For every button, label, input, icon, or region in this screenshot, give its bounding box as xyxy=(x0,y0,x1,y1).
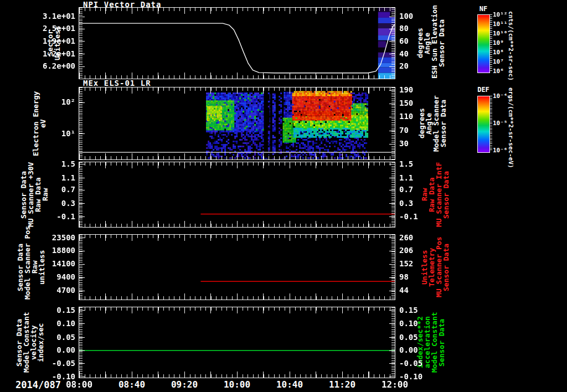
y-major-tick-left xyxy=(79,17,85,17)
x-axis-date-label: 2014/087 xyxy=(16,380,61,390)
plot-canvas-scanner-pos xyxy=(79,235,395,300)
y-tick-label-left: 9400 xyxy=(0,273,75,281)
y-tick-label-left: 0.10 xyxy=(0,319,75,327)
y-major-tick-right xyxy=(389,41,395,42)
y-tick-label-left: 1.9e+01 xyxy=(0,37,75,45)
y-major-tick-left xyxy=(79,376,85,377)
y-tick-label-right: 80 xyxy=(399,24,409,32)
y-major-tick-left xyxy=(79,66,85,67)
y-tick-label-right: 1.5 xyxy=(399,160,413,168)
plot-area: NPI Vector Data MEx ELS-01 LR Sector Uni… xyxy=(0,0,567,392)
y-major-tick-left xyxy=(79,251,85,251)
y-tick-label-left: 3.1e+01 xyxy=(0,12,75,20)
axis-minor-ticks-left xyxy=(79,8,83,79)
axis-minor-ticks-right xyxy=(391,235,395,300)
y-major-tick-right xyxy=(389,90,395,91)
y-major-tick-left xyxy=(79,203,85,204)
y-major-tick-right xyxy=(389,178,395,178)
y-major-tick-left xyxy=(79,216,85,217)
y-tick-label-left: 0.05 xyxy=(0,333,75,341)
y-tick-label-right: 100 xyxy=(399,12,413,20)
panel-title-els: MEx ELS-01 LR xyxy=(83,79,151,87)
y-tick-label-right: 0.00 xyxy=(399,346,418,354)
y-tick-label-right: 206 xyxy=(399,246,413,254)
y-tick-label-right: 0.10 xyxy=(399,319,418,327)
y-major-tick-left xyxy=(79,29,85,29)
y-tick-label-left: 0.3 xyxy=(0,199,75,207)
plot-canvas-els xyxy=(79,87,395,159)
y-tick-label-right: -0.05 xyxy=(399,359,422,367)
y-tick-label-left: 10¹ xyxy=(0,130,75,137)
colorbar-tick-label: 10⁷ xyxy=(493,59,504,65)
y-tick-label-left: 1.1 xyxy=(0,174,75,182)
y-tick-label-right: 70 xyxy=(399,126,409,134)
y-major-tick-left xyxy=(79,363,85,364)
y-major-tick-right xyxy=(389,66,395,67)
axis-major-ticks-bottom xyxy=(79,73,395,79)
x-tick-label: 10:00 xyxy=(224,380,250,389)
y-tick-label-left: -0.1 xyxy=(0,213,75,220)
y-major-tick-left xyxy=(79,238,85,238)
y-major-tick-left xyxy=(79,41,85,42)
y-tick-label-right: 260 xyxy=(399,234,413,241)
colorbar-tick-label: 10⁸ xyxy=(493,49,504,56)
axis-minor-ticks-left xyxy=(79,307,83,378)
y-major-tick-left xyxy=(79,164,85,164)
y-tick-label-left: 1.2e+01 xyxy=(0,50,75,58)
y-tick-label-left: 18800 xyxy=(0,246,75,254)
y-tick-label-left: 1.5 xyxy=(0,160,75,168)
y-major-tick-right xyxy=(389,363,395,364)
colorbar-tick-label: 10⁻⁴ xyxy=(493,93,508,100)
y-major-tick-left xyxy=(79,337,85,338)
colorbar-nf-minor-ticks xyxy=(489,14,492,72)
y-tick-label-left: 4700 xyxy=(0,286,75,294)
y-major-tick-right xyxy=(389,104,395,104)
x-tick-label: 08:00 xyxy=(66,380,92,389)
axis-minor-ticks-right xyxy=(391,162,395,227)
y-tick-label-left: 0.15 xyxy=(0,306,75,314)
axis-major-ticks-top xyxy=(79,307,395,313)
y-major-tick-right xyxy=(389,190,395,190)
y-tick-label-left: -0.10 xyxy=(0,373,75,380)
y-tick-label-left: 23500 xyxy=(0,234,75,241)
y-major-tick-left xyxy=(79,291,85,291)
y-tick-label-right: 0.05 xyxy=(399,333,418,341)
y-major-tick-right xyxy=(389,337,395,338)
y-major-tick-right xyxy=(389,251,395,251)
y-major-tick-right xyxy=(389,238,395,238)
y-tick-label-left: 2.5e+01 xyxy=(0,24,75,32)
y-tick-label-right: 110 xyxy=(399,112,413,120)
axis-minor-ticks-right xyxy=(391,87,395,159)
y-major-tick-left xyxy=(79,102,85,103)
y-major-tick-left xyxy=(79,178,85,178)
plot-canvas-npi xyxy=(79,8,395,79)
axis-major-ticks-bottom xyxy=(79,293,395,300)
axis-minor-ticks-right xyxy=(391,8,395,79)
axis-minor-ticks-left xyxy=(79,162,83,227)
y-major-tick-left xyxy=(79,190,85,190)
y-tick-label-left: -0.05 xyxy=(0,359,75,367)
axis-minor-ticks-right xyxy=(391,307,395,378)
colorbar-tick-label: 10⁹ xyxy=(493,40,504,47)
y-tick-label-right: 60 xyxy=(399,37,409,45)
y-major-tick-right xyxy=(389,117,395,117)
y-tick-label-right: 0.3 xyxy=(399,199,413,207)
colorbar-tick-label: 10⁶ xyxy=(493,68,504,75)
colorbar-tick-label: 10¹¹ xyxy=(493,21,508,28)
y-tick-label-right: 20 xyxy=(399,62,409,70)
y-major-tick-left xyxy=(79,133,85,134)
y-tick-label-right: 190 xyxy=(399,86,413,94)
y-tick-label-left: 14100 xyxy=(0,260,75,267)
y-major-tick-left xyxy=(79,54,85,54)
plot-canvas-model-constant xyxy=(79,307,395,378)
y-major-tick-left xyxy=(79,310,85,311)
axis-major-ticks-top xyxy=(79,235,395,241)
axis-major-ticks-bottom xyxy=(79,372,395,378)
y-major-tick-left xyxy=(79,350,85,351)
y-axis-label-right-sun-elevation: Sensor Data ESH Sun Elevation Angle degr… xyxy=(416,8,445,79)
x-tick-label: 11:20 xyxy=(329,380,355,389)
y-major-tick-right xyxy=(389,277,395,278)
axis-major-ticks-top xyxy=(79,87,395,94)
y-major-tick-right xyxy=(389,164,395,164)
colorbar-def-minor-ticks xyxy=(489,96,492,152)
